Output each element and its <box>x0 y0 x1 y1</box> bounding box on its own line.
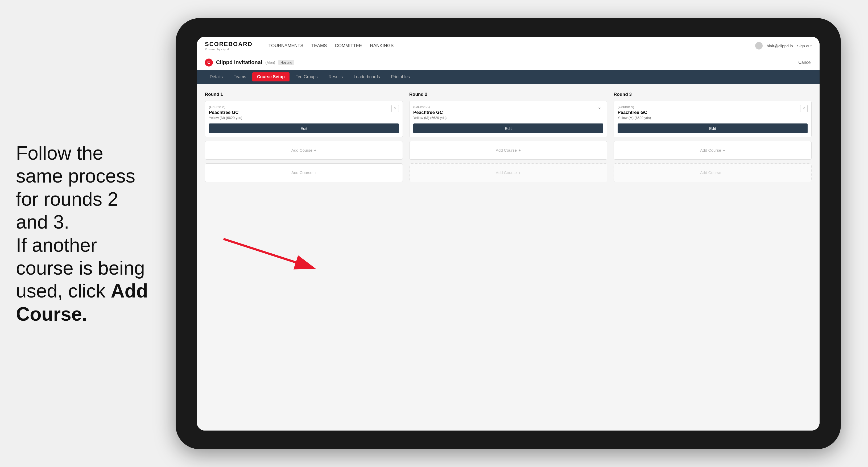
card-top-right: (Course A) Peachtree GC Yellow (M) (6629… <box>209 105 399 123</box>
add-course-text-r2-1: Add Course + <box>496 148 521 153</box>
card-top-right-r2: (Course A) Peachtree GC Yellow (M) (6629… <box>413 105 603 123</box>
course-details-r1: Yellow (M) (6629 yds) <box>209 116 242 120</box>
sub-header: C Clippd Invitational (Men) Hosting Canc… <box>197 55 819 70</box>
add-course-text-r3-2: Add Course + <box>700 170 725 175</box>
tablet-frame: SCOREBOARD Powered by clippd TOURNAMENTS… <box>176 18 841 449</box>
clippd-logo: C <box>205 59 213 66</box>
plus-icon-r3-1: + <box>723 148 725 153</box>
hosting-badge: Hosting <box>278 60 294 65</box>
course-info-r3: (Course A) Peachtree GC Yellow (M) (6629… <box>618 105 651 123</box>
course-label-r1: (Course A) <box>209 105 242 109</box>
delete-icon: × <box>394 106 396 111</box>
nav-tournaments[interactable]: TOURNAMENTS <box>269 42 303 50</box>
course-label-r3: (Course A) <box>618 105 651 109</box>
cancel-button[interactable]: Cancel <box>798 60 812 65</box>
edit-button-r3[interactable]: Edit <box>618 123 808 133</box>
tab-bar: Details Teams Course Setup Tee Groups Re… <box>197 70 819 84</box>
user-avatar <box>755 42 763 50</box>
add-course-text-r1-2: Add Course + <box>291 170 316 175</box>
edit-button-r1[interactable]: Edit <box>209 123 399 133</box>
round-3-course-card: (Course A) Peachtree GC Yellow (M) (6629… <box>614 101 812 137</box>
add-course-r3-1[interactable]: Add Course + <box>614 141 812 160</box>
nav-right: blair@clippd.io Sign out <box>755 42 812 50</box>
round-1-column: Round 1 (Course A) Peachtree GC Yellow (… <box>205 92 403 186</box>
round-1-title: Round 1 <box>205 92 403 97</box>
main-content: Round 1 (Course A) Peachtree GC Yellow (… <box>197 84 819 431</box>
add-course-r1-1[interactable]: Add Course + <box>205 141 403 160</box>
course-name-r1: Peachtree GC <box>209 110 242 115</box>
nav-committee[interactable]: COMMITTEE <box>335 42 362 50</box>
tab-tee-groups[interactable]: Tee Groups <box>291 72 322 82</box>
course-details-r2: Yellow (M) (6629 yds) <box>413 116 446 120</box>
round-2-column: Round 2 (Course A) Peachtree GC Yellow (… <box>409 92 607 186</box>
round-3-column: Round 3 (Course A) Peachtree GC Yellow (… <box>614 92 812 186</box>
user-email: blair@clippd.io <box>767 44 793 48</box>
delete-icon-r3: × <box>803 106 805 111</box>
plus-icon-r1-2: + <box>314 170 316 175</box>
round-2-title: Round 2 <box>409 92 607 97</box>
instruction-bold: Add Course. <box>16 280 148 324</box>
gender-badge: (Men) <box>265 60 275 65</box>
course-name-r2: Peachtree GC <box>413 110 446 115</box>
tab-details[interactable]: Details <box>205 72 227 82</box>
tab-leaderboards[interactable]: Leaderboards <box>349 72 385 82</box>
add-course-r2-1[interactable]: Add Course + <box>409 141 607 160</box>
top-nav: SCOREBOARD Powered by clippd TOURNAMENTS… <box>197 37 819 55</box>
sub-header-left: C Clippd Invitational (Men) Hosting <box>205 59 294 66</box>
delete-course-r1[interactable]: × <box>392 105 399 112</box>
nav-links: TOURNAMENTS TEAMS COMMITTEE RANKINGS <box>269 42 745 50</box>
powered-by: Powered by clippd <box>205 48 252 51</box>
tab-teams[interactable]: Teams <box>229 72 251 82</box>
instruction-panel: Follow the same process for rounds 2 and… <box>0 131 165 336</box>
course-details-r3: Yellow (M) (6629 yds) <box>618 116 651 120</box>
plus-icon-r2-1: + <box>518 148 521 153</box>
plus-icon-r2-2: + <box>518 170 521 175</box>
nav-rankings[interactable]: RANKINGS <box>370 42 394 50</box>
course-name-r3: Peachtree GC <box>618 110 651 115</box>
add-course-r1-2[interactable]: Add Course + <box>205 163 403 182</box>
course-info: (Course A) Peachtree GC Yellow (M) (6629… <box>209 105 242 123</box>
round-1-course-card: (Course A) Peachtree GC Yellow (M) (6629… <box>205 101 403 137</box>
tab-printables[interactable]: Printables <box>386 72 414 82</box>
add-course-r3-2: Add Course + <box>614 163 812 182</box>
tablet-screen: SCOREBOARD Powered by clippd TOURNAMENTS… <box>197 37 819 431</box>
tab-course-setup[interactable]: Course Setup <box>252 72 289 82</box>
scoreboard-logo: SCOREBOARD <box>205 41 252 48</box>
tournament-title: Clippd Invitational <box>216 59 262 65</box>
sign-out-link[interactable]: Sign out <box>797 44 812 48</box>
plus-icon-r3-2: + <box>723 170 725 175</box>
app-window: SCOREBOARD Powered by clippd TOURNAMENTS… <box>197 37 819 431</box>
round-2-course-card: (Course A) Peachtree GC Yellow (M) (6629… <box>409 101 607 137</box>
rounds-grid: Round 1 (Course A) Peachtree GC Yellow (… <box>205 92 812 186</box>
logo-area: SCOREBOARD Powered by clippd <box>205 41 252 51</box>
round-3-title: Round 3 <box>614 92 812 97</box>
edit-button-r2[interactable]: Edit <box>413 123 603 133</box>
card-top-right-r3: (Course A) Peachtree GC Yellow (M) (6629… <box>618 105 808 123</box>
delete-icon-r2: × <box>598 106 600 111</box>
course-info-r2: (Course A) Peachtree GC Yellow (M) (6629… <box>413 105 446 123</box>
add-course-text-r2-2: Add Course + <box>496 170 521 175</box>
add-course-text-r1-1: Add Course + <box>291 148 316 153</box>
tab-results[interactable]: Results <box>324 72 347 82</box>
delete-course-r2[interactable]: × <box>596 105 603 112</box>
add-course-r2-2: Add Course + <box>409 163 607 182</box>
instruction-text: Follow the same process for rounds 2 and… <box>16 143 148 324</box>
add-course-text-r3-1: Add Course + <box>700 148 725 153</box>
course-label-r2: (Course A) <box>413 105 446 109</box>
delete-course-r3[interactable]: × <box>800 105 808 112</box>
nav-teams[interactable]: TEAMS <box>311 42 327 50</box>
plus-icon-r1-1: + <box>314 148 316 153</box>
